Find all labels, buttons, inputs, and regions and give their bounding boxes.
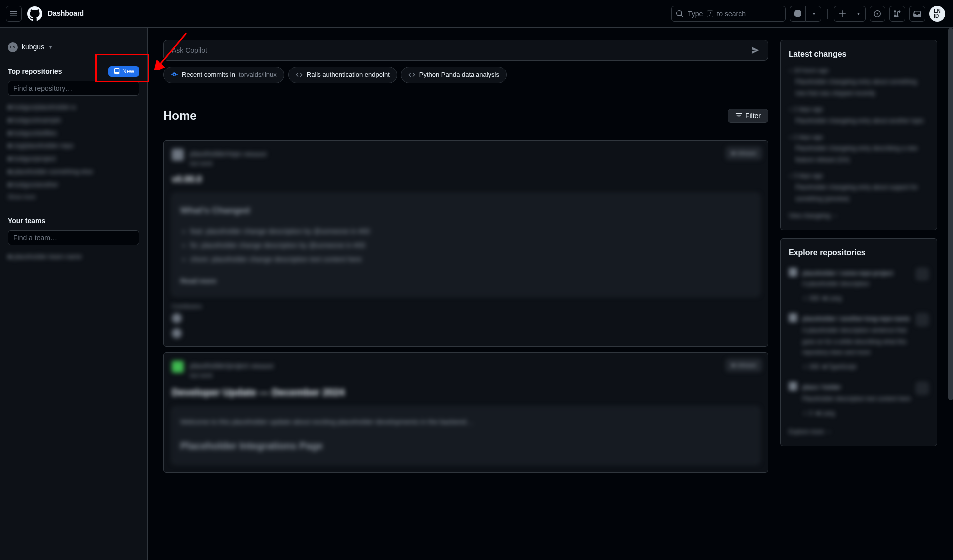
search-kbd: / (707, 10, 713, 17)
star-button[interactable] (916, 313, 929, 326)
feed-card: ■ release placeholder/repo released last… (163, 140, 768, 347)
search-icon (676, 10, 684, 18)
filter-button[interactable]: Filter (728, 109, 768, 123)
repo-item[interactable]: ■ kubgus/example (8, 114, 139, 127)
context-username: kubgus (22, 42, 44, 52)
team-list: ■ placeholder-team-name (8, 250, 139, 263)
find-repo-input[interactable] (8, 81, 139, 96)
your-teams-header: Your teams (8, 216, 139, 226)
create-new-dropdown[interactable]: ▾ (850, 6, 866, 22)
plus-icon (838, 10, 846, 18)
context-avatar: LN (8, 42, 18, 52)
changes-list: ○ 18 hours ago Placeholder changelog ent… (789, 65, 929, 222)
copilot-dropdown[interactable]: ▾ (805, 6, 821, 22)
repo-item[interactable]: ■ kubgus/dotfiles (8, 127, 139, 140)
top-repos-heading: Top repositories (8, 67, 62, 77)
code-icon (296, 71, 303, 78)
star-button[interactable] (916, 268, 929, 280)
show-more[interactable]: Show more (8, 191, 139, 202)
chip-recent-commits[interactable]: Recent commits in torvalds/linux (163, 67, 284, 83)
copilot-placeholder: Ask Copilot (172, 45, 747, 56)
search-prefix: Type (688, 10, 703, 18)
global-search[interactable]: Type / to search (671, 6, 786, 22)
chip-recent-repo: torvalds/linux (239, 70, 277, 80)
issue-opened-icon (874, 10, 881, 18)
header-left: Dashboard (6, 6, 84, 22)
create-new-button[interactable] (834, 6, 850, 22)
home-title: Home (163, 107, 197, 125)
scrollbar-thumb[interactable] (948, 28, 953, 400)
right-column: Latest changes ○ 18 hours ago Placeholde… (780, 40, 937, 548)
scrollbar[interactable] (948, 28, 953, 560)
chip-panda-label: Python Panda data analysis (419, 70, 499, 80)
repo-avatar (789, 313, 797, 322)
filter-icon (735, 112, 742, 119)
user-avatar[interactable]: LNID (929, 6, 945, 22)
repo-item[interactable]: ■ kubgus/placeholder-a (8, 101, 139, 114)
hamburger-button[interactable] (6, 6, 22, 22)
chip-panda[interactable]: Python Panda data analysis (401, 67, 507, 83)
explore-repos-panel: Explore repositories placeholder / some-… (780, 238, 937, 447)
explore-repo-item[interactable]: placeholder / some-repo-project A placeh… (789, 268, 929, 304)
notifications-button[interactable] (909, 6, 925, 22)
repo-avatar (789, 268, 797, 277)
your-teams-heading: Your teams (8, 216, 45, 226)
explore-repo-item[interactable]: place / holder Placeholder description t… (789, 382, 929, 419)
repo-item[interactable]: ■ kubgus/project (8, 152, 139, 165)
find-team-input[interactable] (8, 230, 139, 245)
copilot-icon (794, 10, 802, 18)
code-icon (408, 71, 415, 78)
avatar-initials: LNID (934, 9, 940, 19)
copilot-input[interactable]: Ask Copilot (163, 40, 768, 61)
chevron-down-icon: ▾ (49, 43, 52, 51)
home-header-row: Home Filter (163, 97, 768, 135)
pull-requests-button[interactable] (889, 6, 905, 22)
repo-icon (113, 68, 120, 75)
main-content: Ask Copilot Recent commits in torvalds/l… (148, 28, 953, 560)
menu-icon (10, 10, 18, 18)
explore-repo-item[interactable]: placeholder / another-long-repo-name A p… (789, 313, 929, 373)
feed-card-header: placeholder/repo released last week (172, 149, 760, 168)
star-button[interactable] (916, 382, 929, 395)
copilot-header-button[interactable] (790, 6, 805, 22)
new-repo-button[interactable]: New (108, 66, 139, 77)
feed-card-footer: Contributors (172, 302, 760, 339)
header-right: Type / to search ▾ ▾ LNID (671, 6, 945, 22)
feed-column: Ask Copilot Recent commits in torvalds/l… (163, 40, 768, 548)
send-icon[interactable] (751, 46, 760, 55)
team-item[interactable]: ■ placeholder-team-name (8, 250, 139, 263)
chevron-down-icon: ▾ (813, 11, 815, 16)
inbox-icon (913, 10, 921, 18)
explore-repos-title: Explore repositories (789, 247, 929, 259)
filter-label: Filter (745, 112, 761, 120)
github-logo[interactable] (27, 6, 43, 22)
issues-button[interactable] (870, 6, 885, 22)
repo-item[interactable]: ■ placeholder-something-else (8, 165, 139, 178)
page-title[interactable]: Dashboard (48, 8, 84, 19)
feed-card: ■ release placeholder/project released l… (163, 352, 768, 473)
sidebar: LN kubgus ▾ Top repositories New ■ kubgu… (0, 28, 148, 560)
header-divider (827, 9, 828, 19)
git-pull-request-icon (893, 10, 901, 18)
latest-changes-title: Latest changes (789, 48, 929, 60)
search-suffix: to search (717, 10, 746, 18)
explore-more-link[interactable]: Explore more → (789, 426, 929, 438)
feed-card-body: What's Changed feat: placeholder change … (172, 193, 760, 296)
latest-changes-panel: Latest changes ○ 18 hours ago Placeholde… (780, 40, 937, 230)
svg-point-1 (173, 74, 175, 76)
suggestion-chips: Recent commits in torvalds/linux Rails a… (163, 67, 768, 83)
feed-card-body: Welcome to this placeholder update about… (172, 407, 760, 464)
chevron-down-icon: ▾ (857, 11, 860, 16)
global-header: Dashboard Type / to search ▾ ▾ (0, 0, 953, 28)
chip-recent-prefix: Recent commits in (182, 70, 235, 80)
new-repo-label: New (122, 68, 134, 75)
chip-rails[interactable]: Rails authentication endpoint (288, 67, 397, 83)
repo-item[interactable]: ■ kubgus/another (8, 178, 139, 191)
git-commit-icon (171, 71, 178, 78)
repo-item[interactable]: ■ org/placeholder-repo (8, 140, 139, 152)
context-switcher[interactable]: LN kubgus ▾ (8, 40, 139, 54)
top-repos-header: Top repositories New (8, 66, 139, 77)
repo-list: ■ kubgus/placeholder-a ■ kubgus/example … (8, 101, 139, 202)
feed-card-header: placeholder/project released last week (172, 361, 760, 380)
chip-rails-label: Rails authentication endpoint (307, 70, 390, 80)
